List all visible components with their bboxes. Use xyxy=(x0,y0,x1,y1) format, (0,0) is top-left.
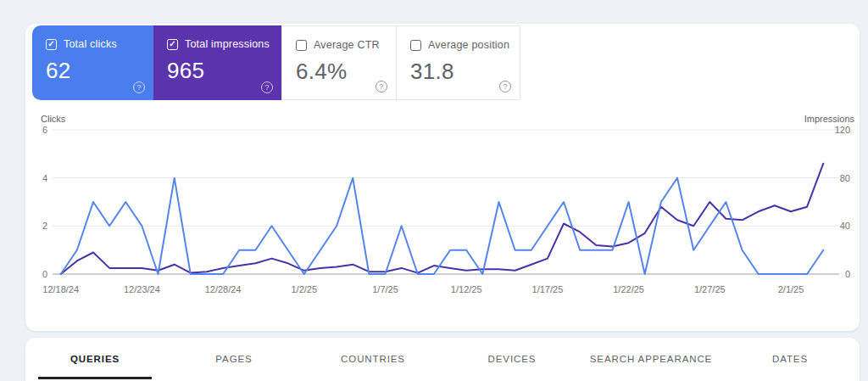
metric-card-average-ctr[interactable]: Average CTR 6.4% ? xyxy=(281,25,397,100)
checkbox-unchecked-icon[interactable] xyxy=(410,40,421,51)
metric-card-total-impressions[interactable]: ✓ Total impressions 965 ? xyxy=(153,25,281,100)
metric-label: Total clicks xyxy=(64,38,117,50)
checkbox-checked-icon[interactable]: ✓ xyxy=(46,39,57,50)
metric-cards-row: ✓ Total clicks 62 ? ✓ Total impressions … xyxy=(32,25,520,100)
right-axis-tick: 120 xyxy=(835,125,850,135)
left-axis-tick: 2 xyxy=(42,221,47,231)
left-axis-tick: 0 xyxy=(42,269,47,279)
metric-label: Average CTR xyxy=(314,39,380,51)
tab-label: DATES xyxy=(772,354,808,364)
tab-label: QUERIES xyxy=(70,354,120,364)
metric-value: 965 xyxy=(167,58,281,84)
right-axis-tick: 40 xyxy=(840,221,850,231)
chart-area: 024604080120ClicksImpressions12/18/2412/… xyxy=(25,109,860,329)
help-icon[interactable]: ? xyxy=(376,81,387,92)
left-axis-tick: 4 xyxy=(42,173,47,183)
metric-card-average-position[interactable]: Average position 31.8 ? xyxy=(396,25,520,100)
tab-search-appearance[interactable]: SEARCH APPEARANCE xyxy=(581,339,721,378)
help-icon[interactable]: ? xyxy=(499,81,511,92)
x-axis-tick: 1/27/25 xyxy=(694,284,726,294)
x-axis-tick: 1/2/25 xyxy=(292,284,318,294)
tab-label: DEVICES xyxy=(488,354,537,364)
tab-dates[interactable]: DATES xyxy=(721,339,860,378)
checkbox-checked-icon[interactable]: ✓ xyxy=(167,39,178,50)
x-axis-tick: 12/23/24 xyxy=(124,284,160,294)
tab-countries[interactable]: COUNTRIES xyxy=(303,339,442,378)
card-header: ✓ Total impressions xyxy=(167,38,281,50)
help-icon[interactable]: ? xyxy=(261,81,273,93)
performance-chart[interactable]: 024604080120ClicksImpressions12/18/2412/… xyxy=(25,109,860,329)
performance-panel: ✓ Total clicks 62 ? ✓ Total impressions … xyxy=(25,24,860,331)
tab-devices[interactable]: DEVICES xyxy=(442,339,581,378)
card-header: Average CTR xyxy=(296,39,396,51)
metric-card-total-clicks[interactable]: ✓ Total clicks 62 ? xyxy=(32,25,153,100)
check-icon: ✓ xyxy=(47,40,54,48)
x-axis-tick: 1/12/25 xyxy=(451,284,482,294)
checkbox-unchecked-icon[interactable] xyxy=(296,40,307,51)
right-axis-title: Impressions xyxy=(804,114,855,124)
tab-label: SEARCH APPEARANCE xyxy=(590,354,712,364)
tab-bar: QUERIES PAGES COUNTRIES DEVICES SEARCH A… xyxy=(25,339,860,378)
x-axis-tick: 12/18/24 xyxy=(42,284,79,294)
tab-label: PAGES xyxy=(215,354,252,364)
metric-label: Total impressions xyxy=(185,38,270,50)
left-axis-title: Clicks xyxy=(41,114,66,124)
x-axis-tick: 1/7/25 xyxy=(372,284,398,294)
x-axis-tick: 12/28/24 xyxy=(205,284,242,294)
bottom-tabs-panel: QUERIES PAGES COUNTRIES DEVICES SEARCH A… xyxy=(25,338,860,381)
x-axis-tick: 2/1/25 xyxy=(778,284,804,294)
x-axis-tick: 1/22/25 xyxy=(613,284,644,294)
check-icon: ✓ xyxy=(169,40,175,48)
card-header: Average position xyxy=(410,39,520,51)
x-axis-tick: 1/17/25 xyxy=(532,284,564,294)
tab-label: COUNTRIES xyxy=(341,354,405,364)
left-axis-tick: 6 xyxy=(42,125,47,135)
right-axis-tick: 0 xyxy=(845,269,850,279)
metric-label: Average position xyxy=(428,39,509,51)
help-icon[interactable]: ? xyxy=(133,81,145,93)
tab-queries[interactable]: QUERIES xyxy=(25,339,164,378)
card-header: ✓ Total clicks xyxy=(46,38,153,50)
tab-pages[interactable]: PAGES xyxy=(164,339,303,378)
right-axis-tick: 80 xyxy=(840,173,850,183)
metric-value: 62 xyxy=(46,58,153,84)
